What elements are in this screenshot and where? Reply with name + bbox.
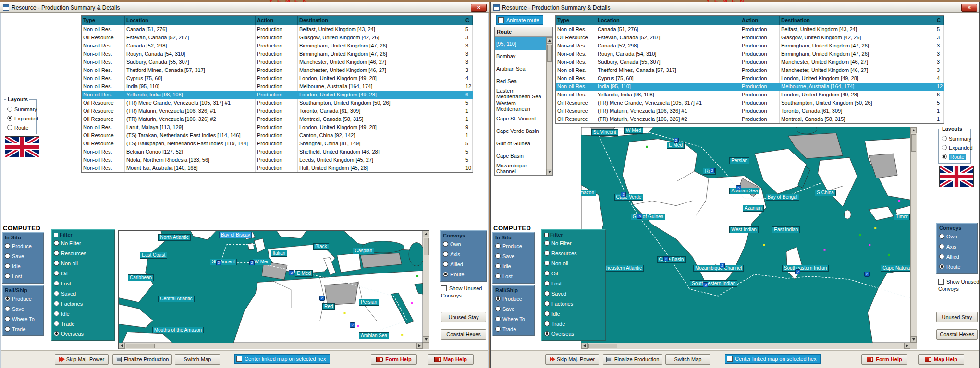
map-help-button[interactable]: Map Help <box>918 354 964 365</box>
titlebar[interactable]: Resource - Production Summary & Details <box>0 2 489 13</box>
table-row[interactable]: Oil Resource Estevan, Canada [52, 287] P… <box>82 34 473 42</box>
filter-radio-option[interactable]: Overseas <box>544 329 603 339</box>
map-horizontal-scrollbar[interactable] <box>581 343 910 349</box>
layout-radio-option[interactable]: Route <box>942 152 968 161</box>
route-list-item[interactable]: Red Sea <box>495 75 546 87</box>
route-list-item[interactable]: Cape Verde Basin <box>495 125 546 137</box>
table-row[interactable]: Non-oil Res. Canada [51, 276] Production… <box>556 25 944 34</box>
table-row[interactable]: Non-oil Res. Ndola, Northern Rhodesia [1… <box>82 156 473 164</box>
scroll-down-arrow[interactable] <box>546 169 552 175</box>
layout-radio-option[interactable]: Summary <box>942 134 968 143</box>
table-row[interactable]: Oil Resource (TR) Mene Grande, Venezuela… <box>82 99 473 107</box>
col-header-type[interactable]: Type <box>556 16 596 25</box>
center-linked-map-checkbox[interactable]: Center linked map on selected hex <box>725 354 821 364</box>
route-list-item[interactable]: Arabian Sea <box>495 62 546 75</box>
col-header-location[interactable]: Location <box>125 16 256 25</box>
col-header-type[interactable]: Type <box>82 16 125 25</box>
route-list-scrollbar[interactable] <box>546 37 552 175</box>
scroll-left-arrow[interactable] <box>581 343 588 349</box>
map-horizontal-scrollbar[interactable] <box>119 343 423 349</box>
skip-major-power-button[interactable]: Skip Maj. Power <box>55 354 109 365</box>
in-situ-radio-option[interactable]: Save <box>5 251 41 261</box>
route-list-item[interactable]: Cape St. Vincent <box>495 112 546 125</box>
rail-ship-radio-option[interactable]: Trade <box>495 324 532 334</box>
table-row[interactable]: Non-oil Res. Sudbury, Canada [55, 307] P… <box>556 58 944 66</box>
convoys-radio-option[interactable]: Axis <box>443 249 484 259</box>
filter-radio-option[interactable]: Saved <box>54 288 112 298</box>
filter-radio-option[interactable]: No Filter <box>54 238 112 248</box>
scroll-up-arrow[interactable] <box>423 231 429 237</box>
in-situ-radio-option[interactable]: Lost <box>495 271 532 281</box>
col-header-c[interactable]: C <box>935 16 944 25</box>
map-vertical-scrollbar[interactable] <box>423 231 429 343</box>
table-row[interactable]: Oil Resource (TS) Balikpapan, Netherland… <box>82 140 473 148</box>
convoys-radio-option[interactable]: Own <box>443 239 484 249</box>
filter-radio-option[interactable]: Saved <box>544 288 603 298</box>
filter-radio-option[interactable]: Oil <box>544 268 603 278</box>
table-row[interactable]: Non-oil Res. India [95, 110] Production … <box>82 83 473 91</box>
table-row[interactable]: Non-oil Res. Rouyn, Canada [54, 310] Pro… <box>82 50 473 58</box>
convoys-radio-option[interactable]: Axis <box>939 241 975 251</box>
table-row[interactable]: Non-oil Res. Rouyn, Canada [54, 310] Pro… <box>556 50 944 58</box>
convoys-radio-option[interactable]: Allied <box>939 251 975 261</box>
table-row[interactable]: Non-oil Res. Canada [52, 298] Production… <box>556 42 944 50</box>
filter-radio-option[interactable]: Factories <box>544 298 603 309</box>
finalize-production-button[interactable]: Finalize Production <box>603 354 662 365</box>
table-row[interactable]: Oil Resource (TR) Mene Grande, Venezuela… <box>556 99 944 107</box>
filter-radio-option[interactable]: Idle <box>544 309 603 319</box>
convoys-radio-option[interactable]: Own <box>939 231 975 241</box>
layout-radio-option[interactable]: Expanded <box>942 143 968 152</box>
map-help-button[interactable]: Map Help <box>428 354 474 365</box>
in-situ-radio-option[interactable]: Produce <box>495 241 532 251</box>
filter-radio-option[interactable]: Lost <box>54 278 112 288</box>
route-list-item[interactable]: Eastern Mediterranean Sea <box>495 87 546 100</box>
scroll-thumb[interactable] <box>424 238 429 255</box>
form-help-button[interactable]: Form Help <box>371 354 417 365</box>
table-row[interactable]: Non-oil Res. Belgian Congo [127, 52] Pro… <box>82 148 473 156</box>
convoys-radio-option[interactable]: Route <box>939 261 975 272</box>
table-row[interactable]: Non-oil Res. Canada [51, 276] Production… <box>82 25 473 34</box>
layout-radio-option[interactable]: Route <box>7 123 34 132</box>
route-list-item[interactable]: [95, 110] <box>495 37 546 50</box>
table-row[interactable]: Non-oil Res. Yellandu, India [98, 108] P… <box>82 91 473 99</box>
table-row[interactable]: Oil Resource (TR) Maturin, Venezuela [10… <box>556 115 944 123</box>
scroll-left-arrow[interactable] <box>119 343 125 349</box>
table-row[interactable]: Oil Resource (TS) Tarakan, Netherlands E… <box>82 131 473 140</box>
skip-major-power-button[interactable]: Skip Maj. Power <box>545 354 599 365</box>
scroll-right-arrow[interactable] <box>904 343 910 349</box>
table-row[interactable]: Non-oil Res. Sudbury, Canada [55, 307] P… <box>82 58 473 66</box>
convoys-radio-option[interactable]: Route <box>443 269 484 279</box>
table-row[interactable]: Non-oil Res. Cyprus [75, 60] Production … <box>556 74 944 83</box>
center-linked-map-checkbox[interactable]: Center linked map on selected hex <box>234 354 330 364</box>
in-situ-radio-option[interactable]: Produce <box>5 241 41 251</box>
rail-ship-radio-option[interactable]: Save <box>5 304 41 314</box>
coastal-hexes-button[interactable]: Coastal Hexes <box>441 329 486 340</box>
table-row[interactable]: Oil Resource (TR) Maturin, Venezuela [10… <box>82 107 473 115</box>
titlebar[interactable]: Resource - Production Summary & Details <box>491 2 979 13</box>
filter-radio-option[interactable]: Non-oil <box>544 258 603 268</box>
table-row[interactable]: Non-oil Res. Canada [52, 298] Production… <box>82 42 473 50</box>
table-row[interactable]: Oil Resource Estevan, Canada [52, 287] P… <box>556 34 944 42</box>
in-situ-radio-option[interactable]: Idle <box>5 261 41 271</box>
scroll-thumb[interactable] <box>547 45 552 62</box>
route-list-item[interactable]: Bombay <box>495 50 546 62</box>
in-situ-radio-option[interactable]: Lost <box>5 271 41 281</box>
scroll-thumb[interactable] <box>911 134 916 152</box>
scroll-thumb[interactable] <box>588 344 617 348</box>
scroll-thumb[interactable] <box>126 344 155 348</box>
filter-radio-option[interactable]: Oil <box>54 268 112 278</box>
map-canvas[interactable]: North Atlantic Bay of Biscay East Coast … <box>119 231 423 343</box>
rail-ship-radio-option[interactable]: Where To <box>5 314 41 324</box>
show-unused-convoys-checkbox[interactable]: Show Unused Convoys <box>441 285 487 299</box>
route-list-item[interactable]: Mozambique Channel <box>495 162 546 175</box>
map-canvas[interactable]: St. Vincent W Med E Med Persian Red Arab… <box>581 127 910 343</box>
convoys-radio-option[interactable]: Allied <box>443 259 484 269</box>
filter-radio-option[interactable]: Trade <box>544 319 603 329</box>
layout-radio-option[interactable]: Summary <box>7 105 34 114</box>
route-list-item[interactable]: Gulf of Guinea <box>495 137 546 150</box>
rail-ship-radio-option[interactable]: Produce <box>5 294 41 304</box>
table-row[interactable]: Non-oil Res. Thetford Mines, Canada [57,… <box>82 66 473 74</box>
route-list-header[interactable]: Route <box>495 27 552 37</box>
show-unused-convoys-checkbox[interactable]: Show Unused Convoys <box>938 278 980 293</box>
table-row[interactable]: Non-oil Res. Mount Isa, Australia [140, … <box>82 164 473 172</box>
